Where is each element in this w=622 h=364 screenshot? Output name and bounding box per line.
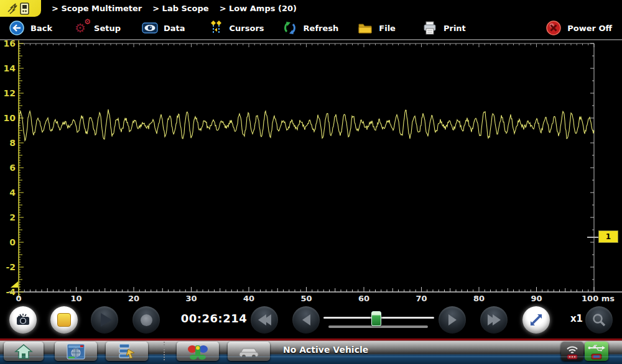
step-forward-button[interactable] (439, 306, 466, 334)
active-vehicle-status: No Active Vehicle (283, 345, 368, 355)
x-axis-label: 60 (358, 294, 369, 303)
x-axis-label: 20 (128, 294, 139, 303)
usb-connection-indicator[interactable] (585, 342, 608, 361)
refresh-arrows-icon (282, 20, 298, 36)
record-button[interactable] (132, 306, 160, 334)
play-button[interactable] (91, 306, 118, 334)
vehicle-connect-icon (187, 343, 208, 360)
folder-icon (357, 20, 373, 36)
vehicle-info-icon (238, 344, 259, 359)
breadcrumb-item-low-amps[interactable]: > Low Amps (20) (220, 4, 297, 13)
scope-tools-button[interactable] (106, 342, 148, 361)
y-axis-label: 4 (9, 188, 16, 198)
cursors-button[interactable]: Cursors (208, 20, 264, 36)
expand-button[interactable] (522, 306, 550, 334)
file-button[interactable]: File (357, 20, 396, 36)
refresh-button[interactable]: Refresh (282, 20, 339, 36)
setup-button[interactable]: ⚙⚙ Setup (72, 20, 121, 36)
x-axis-label: 100 ms (582, 294, 615, 303)
back-label: Back (30, 24, 52, 33)
camera-icon (16, 313, 30, 327)
fast-forward-button[interactable] (480, 306, 508, 334)
vehicle-info-button[interactable] (228, 342, 270, 361)
usb-icon (587, 343, 606, 360)
x-axis-label: 50 (300, 294, 312, 303)
x-axis-label: 80 (473, 294, 485, 303)
scanner-app-icon (66, 343, 86, 360)
gears-icon: ⚙⚙ (72, 20, 88, 36)
power-off-label: Power Off (567, 24, 612, 33)
scope-tools-icon (117, 343, 137, 360)
breadcrumb-item-lab-scope[interactable]: > Lab Scope (152, 4, 208, 13)
multimeter-glyph (7, 2, 34, 16)
magnifier-icon (592, 312, 606, 327)
channel-1-badge[interactable]: 1 (598, 230, 618, 243)
toolbar: Back ⚙⚙ Setup Data Cursors (0, 17, 622, 39)
double-right-arrow-icon (488, 314, 501, 325)
rewind-button[interactable] (251, 306, 278, 334)
home-button[interactable] (4, 342, 44, 361)
zoom-button[interactable] (585, 306, 613, 334)
refresh-label: Refresh (304, 24, 339, 33)
scope-plot: 1614121086420-2-40102030405060708090100 … (0, 40, 622, 303)
play-icon (101, 313, 112, 327)
home-icon (14, 344, 33, 360)
eye-icon (142, 20, 158, 36)
zoom-level-label: x1 (567, 313, 586, 324)
breadcrumb-item-scope-multimeter[interactable]: > Scope Multimeter (52, 4, 142, 13)
wireless-indicator[interactable] (561, 342, 583, 361)
scope-multimeter-app-icon (0, 0, 41, 17)
taskbar: No Active Vehicle (0, 339, 622, 364)
y-axis-label: 2 (9, 212, 16, 222)
print-button[interactable]: Print (422, 20, 466, 36)
back-arrow-icon (9, 20, 25, 36)
y-axis-label: 16 (4, 40, 16, 48)
step-back-button[interactable] (292, 306, 320, 334)
playback-controls: 00:26:214 x1 (0, 303, 622, 339)
vehicle-connect-button[interactable] (177, 342, 219, 361)
x-axis-label: 0 (16, 294, 21, 303)
y-axis-label: -2 (6, 262, 16, 272)
y-axis-label: 10 (4, 113, 16, 123)
setup-label: Setup (94, 24, 121, 33)
power-off-button[interactable]: Power Off (545, 20, 612, 36)
playback-slider-thumb[interactable] (371, 311, 381, 326)
x-axis-label: 10 (70, 294, 81, 303)
expand-arrows-icon (529, 312, 544, 327)
breadcrumb: > Scope Multimeter > Lab Scope > Low Amp… (0, 0, 622, 17)
scope-multimeter-screen: > Scope Multimeter > Lab Scope > Low Amp… (0, 0, 622, 364)
data-label: Data (164, 24, 185, 33)
right-arrow-icon (448, 314, 457, 325)
cursors-icon (208, 20, 224, 36)
y-axis-label: 0 (9, 237, 16, 247)
y-axis-label: 6 (9, 163, 16, 173)
stop-icon (57, 313, 71, 327)
snapshot-button[interactable] (9, 306, 37, 334)
power-off-icon (545, 20, 562, 36)
record-icon (141, 314, 152, 326)
playback-slider[interactable] (323, 307, 434, 332)
printer-icon (422, 20, 438, 36)
print-label: Print (443, 24, 466, 33)
file-label: File (379, 24, 396, 33)
taskbar-divider (164, 342, 165, 360)
y-axis-label: 12 (4, 88, 16, 98)
wifi-icon (564, 343, 581, 360)
stop-button[interactable] (50, 306, 78, 334)
y-axis-label: -4 (6, 287, 16, 297)
x-axis-label: 70 (415, 294, 427, 303)
time-display: 00:26:214 (179, 312, 249, 325)
waveform-channel-1 (19, 109, 594, 140)
scanner-app-button[interactable] (55, 342, 97, 361)
left-arrow-icon (302, 314, 310, 325)
double-left-arrow-icon (258, 314, 271, 325)
cursors-label: Cursors (230, 24, 264, 33)
x-axis-label: 30 (185, 294, 197, 303)
back-button[interactable]: Back (9, 20, 52, 36)
scope-display: 1614121086420-2-40102030405060708090100 … (0, 40, 622, 303)
x-axis-label: 40 (243, 294, 254, 303)
x-axis-label: 90 (531, 294, 542, 303)
data-button[interactable]: Data (142, 20, 185, 36)
y-axis-label: 8 (9, 138, 16, 148)
y-axis-label: 14 (4, 63, 16, 73)
